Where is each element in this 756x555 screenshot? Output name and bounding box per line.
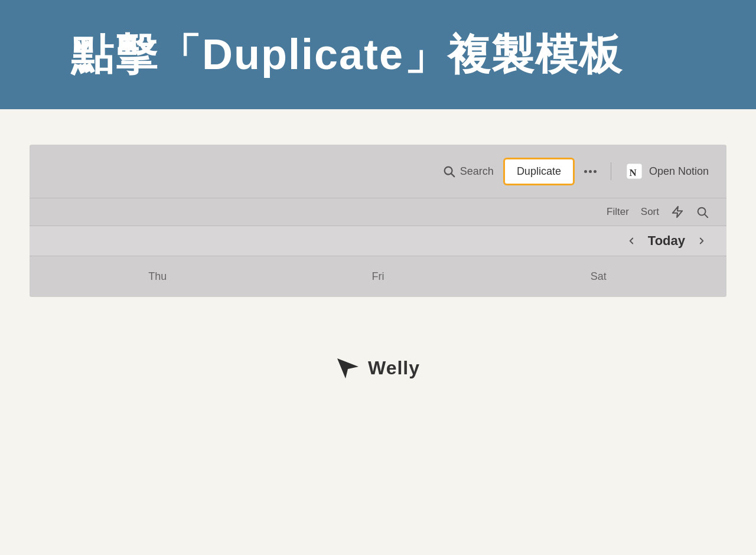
brand-name: Welly [368,357,420,379]
dot-2 [589,170,592,173]
lightning-icon [671,205,684,218]
prev-month-button[interactable] [624,234,638,248]
calendar-search-icon [696,205,709,218]
day-fri: Fri [268,270,488,283]
next-month-button[interactable] [695,234,709,248]
duplicate-button[interactable]: Duplicate [503,158,575,185]
more-options-button[interactable] [584,170,597,173]
search-label: Search [460,165,494,178]
filter-button[interactable]: Filter [607,206,629,218]
welly-logo-icon [336,356,360,380]
search-button[interactable]: Search [442,165,494,178]
today-label: Today [648,233,685,249]
dot-3 [594,170,597,173]
svg-line-1 [451,174,454,177]
main-content: Search Duplicate N Open Notion [0,109,756,403]
open-notion-button[interactable]: N Open Notion [625,162,709,180]
calendar-search-button[interactable] [696,205,709,218]
search-icon [442,165,455,178]
automation-button[interactable] [671,205,684,218]
footer: Welly [336,356,420,380]
header-banner: 點擊「Duplicate」複製模板 [0,0,756,109]
notion-card: Search Duplicate N Open Notion [30,145,726,297]
calendar-toolbar: Filter Sort [30,198,726,226]
notion-toolbar: Search Duplicate N Open Notion [30,145,726,198]
svg-text:N: N [629,167,636,178]
notion-icon: N [625,162,643,180]
day-thu: Thu [47,270,268,283]
day-sat: Sat [488,270,709,283]
svg-marker-6 [337,358,359,378]
sort-button[interactable]: Sort [641,206,659,218]
open-notion-label: Open Notion [649,165,709,178]
calendar-nav: Today [30,226,726,256]
page-title: 點擊「Duplicate」複製模板 [71,27,623,83]
svg-line-5 [705,214,708,217]
calendar-days-row: Thu Fri Sat [30,256,726,297]
toolbar-divider [611,162,611,180]
dot-1 [584,170,587,173]
